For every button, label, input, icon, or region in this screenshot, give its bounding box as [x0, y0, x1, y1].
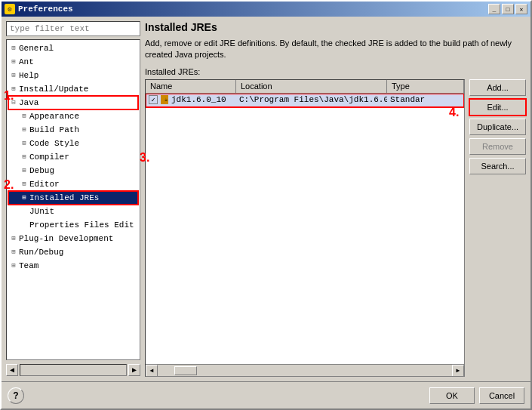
tree-item-compiler[interactable]: Compiler	[8, 150, 138, 164]
tree-label-install-update: Install/Update	[19, 83, 88, 95]
scroll-thumb[interactable]	[174, 366, 197, 375]
left-scrollbar[interactable]	[20, 364, 127, 376]
add-button[interactable]: Add...	[469, 79, 526, 96]
expander-general[interactable]	[8, 43, 19, 54]
table-row[interactable]: ✓ ☕ jdk1.6.0_10 C:\Program Files\Java\jd…	[146, 94, 464, 107]
tree-item-debug[interactable]: Debug	[8, 164, 138, 177]
tree-item-help[interactable]: Help	[8, 69, 138, 82]
preferences-window: ⚙ Preferences _ □ ✕ General	[0, 0, 532, 410]
expander-build-path[interactable]	[19, 125, 29, 135]
tree-label-build-path: Build Path	[29, 124, 79, 136]
expander-plugin[interactable]	[8, 233, 19, 244]
scroll-left[interactable]: ◀	[146, 365, 158, 377]
tree-label-team: Team	[19, 260, 38, 272]
tree-panel: General Ant Help Install/U	[6, 39, 140, 360]
titlebar-buttons: _ □ ✕	[488, 4, 527, 14]
window-icon: ⚙	[5, 4, 15, 14]
left-scroll-left[interactable]: ◀	[6, 364, 18, 376]
minimize-button[interactable]: _	[488, 4, 500, 14]
expander-team[interactable]	[8, 260, 19, 271]
tree-item-installed-jres[interactable]: Installed JREs	[8, 191, 138, 205]
tree-label-debug: Debug	[29, 165, 54, 177]
table-header: Name Location Type	[146, 80, 464, 94]
remove-button[interactable]: Remove	[469, 138, 526, 155]
tree-label-editor: Editor	[29, 178, 60, 190]
expander-code-style[interactable]	[19, 138, 29, 149]
expander-debug[interactable]	[19, 165, 29, 176]
scroll-track[interactable]	[159, 366, 451, 375]
expander-appearance[interactable]	[19, 111, 29, 122]
tree-label-ant: Ant	[19, 56, 34, 68]
expander-compiler[interactable]	[19, 152, 29, 162]
close-button[interactable]: ✕	[515, 4, 527, 14]
tree-label-installed-jres: Installed JREs	[29, 192, 99, 204]
expander-editor[interactable]	[19, 179, 29, 190]
expander-junit	[19, 206, 29, 217]
jre-area: Name Location Type ✓ ☕ jdk1.6	[145, 79, 526, 377]
tree-item-install-update[interactable]: Install/Update	[8, 82, 138, 96]
expander-installed-jres[interactable]	[19, 193, 29, 203]
bottom-left: ?	[8, 387, 24, 404]
left-scroll-right[interactable]: ▶	[128, 364, 140, 376]
row-checkbox[interactable]: ✓	[149, 95, 158, 104]
jre-icon: ☕	[161, 95, 168, 104]
tree-item-code-style[interactable]: Code Style	[8, 137, 138, 150]
cell-location: C:\Program Files\Java\jdk1.6.0_10	[236, 95, 387, 104]
expander-run-debug[interactable]	[8, 247, 19, 257]
edit-button[interactable]: Edit...	[469, 99, 526, 116]
tree-label-java: Java	[19, 97, 38, 109]
tree-label-junit: JUnit	[29, 205, 54, 217]
window-title: Preferences	[18, 5, 488, 14]
tree-item-general[interactable]: General	[8, 42, 138, 55]
expander-help[interactable]	[8, 70, 19, 81]
tree-label-appearance: Appearance	[29, 110, 79, 122]
help-button[interactable]: ?	[8, 387, 24, 404]
col-header-type[interactable]: Type	[387, 80, 464, 93]
tree-label-properties: Properties Files Edit	[29, 219, 134, 231]
tree-label-run-debug: Run/Debug	[19, 246, 63, 258]
expander-java[interactable]	[8, 97, 19, 108]
search-button[interactable]: Search...	[469, 158, 526, 174]
tree-label-general: General	[19, 42, 54, 54]
panel-description: Add, remove or edit JRE definitions. By …	[145, 38, 526, 61]
tree-item-junit[interactable]: JUnit	[8, 205, 138, 218]
tree-item-run-debug[interactable]: Run/Debug	[8, 245, 138, 259]
duplicate-button[interactable]: Duplicate...	[469, 119, 526, 135]
table-body: ✓ ☕ jdk1.6.0_10 C:\Program Files\Java\jd…	[146, 94, 464, 364]
bottom-bar: ? OK Cancel	[2, 381, 530, 408]
table-scrollbar: ◀ ▶	[146, 364, 464, 376]
tree-item-ant[interactable]: Ant	[8, 55, 138, 69]
filter-input[interactable]	[6, 21, 140, 36]
left-bottom-nav: ◀ ▶	[6, 363, 140, 377]
col-header-location[interactable]: Location	[236, 80, 387, 93]
tree-item-team[interactable]: Team	[8, 259, 138, 273]
main-content: General Ant Help Install/U	[2, 17, 530, 381]
tree-item-build-path[interactable]: Build Path	[8, 123, 138, 137]
tree-item-editor[interactable]: Editor	[8, 177, 138, 191]
tree-item-plugin-development[interactable]: Plug-in Development	[8, 232, 138, 245]
left-panel: General Ant Help Install/U	[6, 21, 140, 377]
tree-label-compiler: Compiler	[29, 151, 69, 163]
tree-item-appearance[interactable]: Appearance	[8, 109, 138, 123]
col-header-name[interactable]: Name	[146, 80, 236, 93]
expander-install-update[interactable]	[8, 84, 19, 94]
right-panel: Installed JREs Add, remove or edit JRE d…	[145, 21, 526, 377]
expander-properties	[19, 220, 29, 230]
cell-type: Standar	[387, 95, 464, 104]
jre-table-container: Name Location Type ✓ ☕ jdk1.6	[145, 79, 465, 377]
scroll-right[interactable]: ▶	[452, 365, 464, 377]
tree-item-java[interactable]: Java	[8, 96, 138, 109]
panel-title: Installed JREs	[145, 21, 526, 33]
tree-label-plugin: Plug-in Development	[19, 233, 113, 245]
maximize-button[interactable]: □	[502, 4, 514, 14]
tree-item-properties-files-edit[interactable]: Properties Files Edit	[8, 218, 138, 232]
ok-button[interactable]: OK	[429, 387, 475, 404]
cancel-button[interactable]: Cancel	[479, 387, 524, 404]
tree-label-help: Help	[19, 69, 38, 82]
cell-name: jdk1.6.0_10	[168, 95, 236, 104]
cell-checkbox-col: ✓ ☕	[146, 95, 168, 104]
expander-ant[interactable]	[8, 57, 19, 67]
jre-buttons: Add... Edit... Duplicate... Remove Searc…	[469, 79, 526, 377]
installed-label: Installed JREs:	[145, 67, 526, 76]
titlebar: ⚙ Preferences _ □ ✕	[2, 2, 530, 17]
